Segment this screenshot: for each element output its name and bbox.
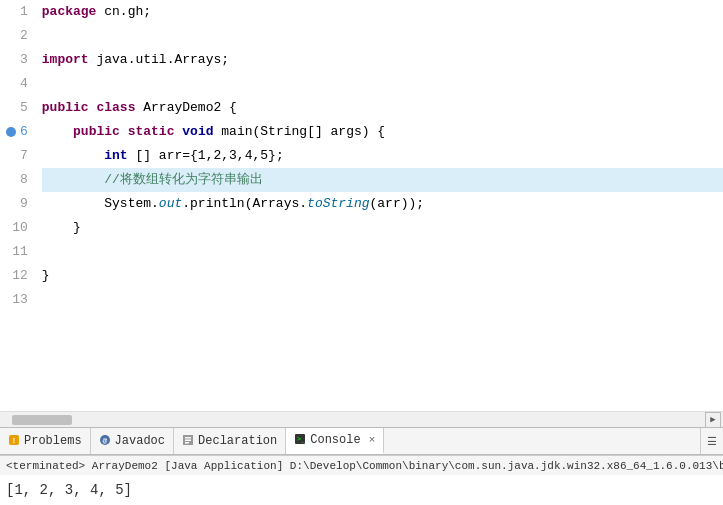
svg-rect-6 [185,439,191,441]
line-numbers: 12345678910111213 [0,0,38,411]
code-line [42,72,723,96]
terminated-status: <terminated> ArrayDemo2 [Java Applicatio… [6,460,723,472]
scroll-thumb[interactable] [12,415,72,425]
problems-tab-icon: ! [8,434,20,449]
console-tab-close[interactable]: × [369,434,376,446]
console-tab-icon: >_ [294,433,306,448]
declaration-tab-label: Declaration [198,434,277,448]
svg-rect-7 [185,442,189,444]
code-line: } [42,216,723,240]
console-output: [1, 2, 3, 4, 5] [0,475,723,505]
code-line: System.out.println(Arrays.toString(arr))… [42,192,723,216]
code-area: 12345678910111213 package cn.gh; import … [0,0,723,411]
tab-console[interactable]: >_Console× [286,428,384,454]
tabs-bar: !Problems@JavadocDeclaration>_Console×☰ [0,427,723,455]
output-text: [1, 2, 3, 4, 5] [6,482,132,498]
tab-problems[interactable]: !Problems [0,428,91,454]
code-line [42,288,723,312]
scroll-right-arrow[interactable]: ▶ [705,412,721,428]
code-content: package cn.gh; import java.util.Arrays; … [38,0,723,411]
status-bar: <terminated> ArrayDemo2 [Java Applicatio… [0,455,723,475]
svg-text:@: @ [102,436,107,445]
svg-rect-5 [185,437,191,439]
horizontal-scrollbar[interactable]: ▶ [0,411,723,427]
code-line: int [] arr={1,2,3,4,5}; [42,144,723,168]
code-line: import java.util.Arrays; [42,48,723,72]
declaration-tab-icon [182,434,194,449]
console-tab-label: Console [310,433,360,447]
svg-text:!: ! [12,436,17,445]
tab-javadoc[interactable]: @Javadoc [91,428,174,454]
code-line [42,240,723,264]
svg-text:>_: >_ [297,435,306,443]
code-line: public class ArrayDemo2 { [42,96,723,120]
tab-declaration[interactable]: Declaration [174,428,286,454]
code-editor: 12345678910111213 package cn.gh; import … [0,0,723,427]
code-line: public static void main(String[] args) { [42,120,723,144]
javadoc-tab-label: Javadoc [115,434,165,448]
problems-tab-label: Problems [24,434,82,448]
javadoc-tab-icon: @ [99,434,111,449]
code-line: package cn.gh; [42,0,723,24]
code-line [42,24,723,48]
code-line: } [42,264,723,288]
tabs-right-button[interactable]: ☰ [700,428,723,454]
code-line: //将数组转化为字符串输出 [42,168,723,192]
